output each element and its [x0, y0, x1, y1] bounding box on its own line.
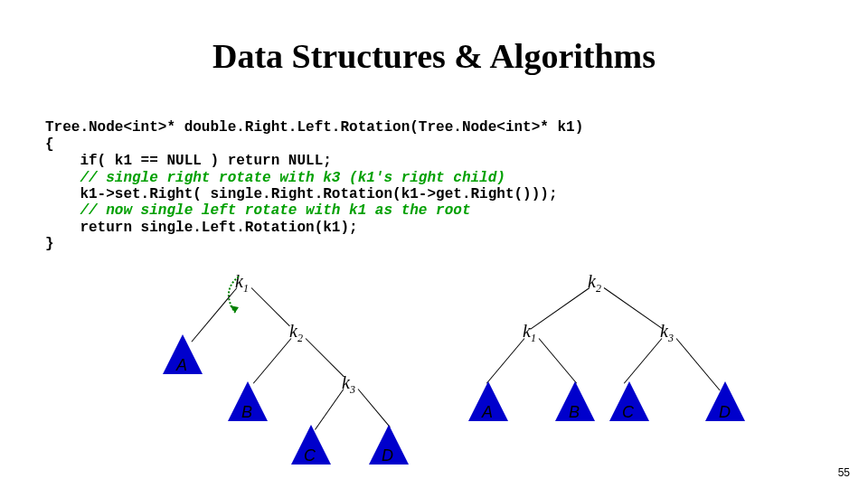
code-comment: // now single left rotate with k1 as the…: [45, 202, 470, 219]
node-k1-right: k1: [523, 321, 536, 345]
tree-diagram: k1 A k2 B k3 C D k2 k1 k: [0, 271, 868, 479]
subtree-label-D: D: [719, 403, 731, 422]
code-line: return single.Left.Rotation(k1);: [45, 220, 358, 236]
code-line: }: [45, 236, 54, 252]
code-comment: // single right rotate with k3 (k1's rig…: [45, 170, 505, 186]
code-line: Tree.Node<int>* double.Right.Left.Rotati…: [45, 119, 583, 136]
edge: [306, 338, 344, 377]
subtree-label-C: C: [304, 446, 316, 465]
edge: [253, 338, 292, 383]
edge: [604, 287, 664, 330]
edge: [539, 338, 578, 383]
edge: [315, 389, 344, 430]
slide-title: Data Structures & Algorithms: [0, 0, 868, 103]
code-line: if( k1 == NULL ) return NULL;: [45, 153, 332, 169]
subtree-label-D: D: [382, 446, 393, 465]
node-k3-right: k3: [660, 321, 674, 345]
edge: [358, 389, 391, 427]
rotation-arrow-icon: [219, 273, 246, 318]
code-block: Tree.Node<int>* double.Right.Left.Rotati…: [0, 103, 868, 253]
node-k2-right: k2: [588, 271, 601, 296]
subtree-label-B: B: [241, 403, 252, 422]
edge: [251, 287, 290, 326]
subtree-label-C: C: [622, 403, 634, 422]
node-k2-left: k2: [289, 321, 303, 345]
subtree-label-A: A: [176, 356, 187, 375]
code-line: k1->set.Right( single.Right.Rotation(k1-…: [45, 186, 558, 202]
node-k3-left: k3: [342, 372, 355, 397]
code-line: {: [45, 136, 54, 153]
edge: [486, 338, 525, 383]
svg-marker-0: [230, 305, 239, 313]
edge: [530, 287, 590, 330]
page-number: 55: [838, 466, 850, 479]
edge: [624, 338, 663, 383]
subtree-label-A: A: [482, 403, 493, 422]
subtree-label-B: B: [569, 403, 580, 422]
